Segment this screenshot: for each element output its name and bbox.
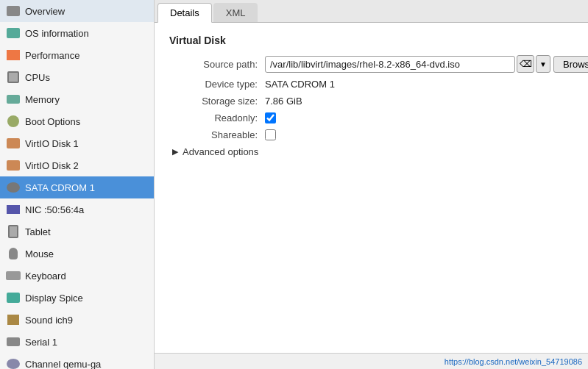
shareable-checkbox[interactable]	[265, 129, 276, 140]
sidebar-label-memory: Memory	[25, 94, 60, 105]
device-type-row: Device type: SATA CDROM 1	[169, 79, 573, 90]
sidebar-label-sound-ich9: Sound ich9	[25, 315, 73, 326]
sidebar-item-tablet[interactable]: Tablet	[0, 221, 154, 243]
storage-size-label: Storage size:	[169, 96, 265, 107]
os-icon	[7, 28, 20, 38]
sidebar-item-channel-qemu-ga[interactable]: Channel qemu-ga	[0, 353, 154, 369]
sidebar-item-keyboard[interactable]: Keyboard	[0, 265, 154, 287]
sidebar-label-os-information: OS information	[25, 28, 89, 39]
browse-button[interactable]: Browse...	[553, 56, 588, 73]
sidebar-item-nic[interactable]: NIC :50:56:4a	[0, 198, 154, 221]
sidebar-label-performance: Performance	[25, 50, 79, 61]
content-area: Virtual Disk Source path: ⌫ ▼ Browse... …	[155, 23, 588, 353]
sidebar-label-nic: NIC :50:56:4a	[25, 204, 84, 215]
channel-icon	[7, 359, 20, 369]
sidebar-item-os-information[interactable]: OS information	[0, 22, 154, 44]
sidebar-item-mouse[interactable]: Mouse	[0, 243, 154, 265]
sidebar-label-keyboard: Keyboard	[25, 271, 66, 282]
sidebar-icon-virtio-disk-2	[6, 158, 21, 173]
nic-icon	[7, 205, 20, 214]
readonly-row: Readonly:	[169, 112, 573, 123]
sidebar-icon-keyboard	[6, 268, 21, 283]
sidebar-icon-channel-qemu-ga	[6, 357, 21, 369]
sidebar-item-sound-ich9[interactable]: Sound ich9	[0, 309, 154, 331]
sidebar: OverviewOS informationPerformanceCPUsMem…	[0, 0, 155, 369]
sidebar-label-sata-cdrom-1: SATA CDROM 1	[25, 182, 95, 193]
readonly-checkbox[interactable]	[265, 112, 276, 123]
mouse-icon	[9, 248, 18, 259]
tablet-icon	[8, 225, 18, 238]
sidebar-label-virtio-disk-2: VirtIO Disk 2	[25, 160, 79, 171]
sidebar-item-memory[interactable]: Memory	[0, 88, 154, 110]
sidebar-item-sata-cdrom-1[interactable]: SATA CDROM 1	[0, 176, 154, 198]
sidebar-label-serial-1: Serial 1	[25, 337, 57, 348]
disk-icon	[7, 160, 20, 171]
sidebar-icon-boot-options	[6, 114, 21, 129]
disk-icon	[7, 138, 20, 148]
tab-bar: DetailsXML	[155, 0, 588, 23]
cpu-icon	[7, 71, 19, 83]
sidebar-item-performance[interactable]: Performance	[0, 44, 154, 66]
source-path-row: Source path: ⌫ ▼ Browse...	[169, 55, 573, 73]
boot-icon	[7, 115, 19, 127]
sidebar-icon-serial-1	[6, 334, 21, 349]
device-type-label: Device type:	[169, 79, 265, 90]
sidebar-icon-virtio-disk-1	[6, 136, 21, 151]
advanced-options-label: Advanced options	[183, 146, 258, 157]
sidebar-label-cpus: CPUs	[25, 72, 50, 83]
advanced-options-toggle[interactable]: ▶ Advanced options	[169, 146, 573, 157]
section-title: Virtual Disk	[169, 35, 573, 46]
sidebar-item-display-spice[interactable]: Display Spice	[0, 287, 154, 309]
clear-source-button[interactable]: ⌫	[517, 55, 534, 73]
sidebar-label-display-spice: Display Spice	[25, 293, 83, 304]
sidebar-label-boot-options: Boot Options	[25, 116, 80, 127]
tab-xml[interactable]: XML	[213, 3, 258, 22]
tab-details[interactable]: Details	[157, 3, 212, 23]
sidebar-label-mouse: Mouse	[25, 248, 54, 259]
form-table: Source path: ⌫ ▼ Browse... Device type: …	[169, 55, 573, 140]
sidebar-icon-nic	[6, 202, 21, 217]
sidebar-label-channel-qemu-ga: Channel qemu-ga	[25, 359, 101, 370]
sidebar-icon-display-spice	[6, 290, 21, 305]
readonly-label: Readonly:	[169, 112, 265, 123]
advanced-options-arrow: ▶	[172, 147, 178, 157]
device-type-value: SATA CDROM 1	[265, 79, 335, 90]
overview-icon	[7, 6, 20, 16]
display-icon	[7, 293, 20, 303]
keyboard-icon	[6, 271, 21, 280]
sidebar-item-cpus[interactable]: CPUs	[0, 66, 154, 88]
sidebar-item-virtio-disk-2[interactable]: VirtIO Disk 2	[0, 154, 154, 176]
sidebar-icon-cpus	[6, 70, 21, 85]
main-content: DetailsXML Virtual Disk Source path: ⌫ ▼…	[155, 0, 588, 369]
sidebar-label-tablet: Tablet	[25, 226, 51, 237]
sidebar-icon-overview	[6, 4, 21, 18]
serial-icon	[7, 337, 20, 346]
source-path-input[interactable]	[265, 56, 515, 73]
sound-icon	[7, 315, 19, 325]
sidebar-icon-mouse	[6, 246, 21, 261]
sidebar-icon-os-information	[6, 26, 21, 40]
sidebar-label-overview: Overview	[25, 6, 65, 17]
storage-size-value: 7.86 GiB	[265, 96, 302, 107]
sidebar-item-overview[interactable]: Overview	[0, 0, 154, 22]
sidebar-item-serial-1[interactable]: Serial 1	[0, 331, 154, 353]
shareable-row: Shareable:	[169, 129, 573, 140]
status-bar: https://blog.csdn.net/weixin_54719086	[155, 353, 588, 369]
storage-size-row: Storage size: 7.86 GiB	[169, 96, 573, 107]
perf-icon	[7, 50, 20, 60]
dropdown-button[interactable]: ▼	[536, 55, 550, 73]
sidebar-item-virtio-disk-1[interactable]: VirtIO Disk 1	[0, 132, 154, 154]
sidebar-item-boot-options[interactable]: Boot Options	[0, 110, 154, 132]
sidebar-icon-tablet	[6, 224, 21, 239]
memory-icon	[7, 95, 20, 104]
status-url: https://blog.csdn.net/weixin_54719086	[444, 357, 582, 366]
sidebar-icon-memory	[6, 92, 21, 107]
source-path-label: Source path:	[169, 59, 265, 70]
cdrom-icon	[7, 182, 20, 193]
sidebar-icon-sound-ich9	[6, 312, 21, 327]
sidebar-label-virtio-disk-1: VirtIO Disk 1	[25, 138, 79, 149]
shareable-label: Shareable:	[169, 129, 265, 140]
source-path-field-group: ⌫ ▼ Browse...	[265, 55, 588, 73]
sidebar-icon-performance	[6, 48, 21, 62]
sidebar-icon-sata-cdrom-1	[6, 180, 21, 195]
